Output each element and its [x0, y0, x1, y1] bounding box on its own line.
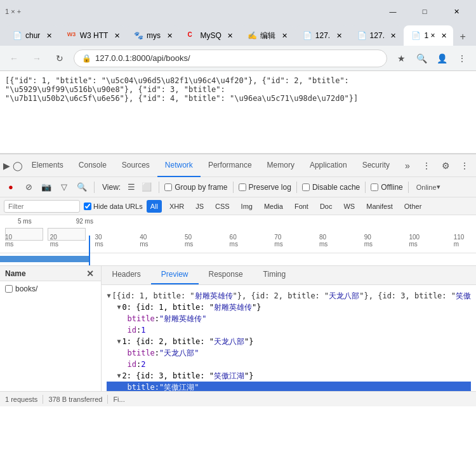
- name-item-books[interactable]: books/: [0, 281, 101, 296]
- tab-6[interactable]: 📄 127. ✕: [295, 25, 348, 46]
- offline-label[interactable]: Offline: [371, 183, 402, 192]
- filter-toggle-button[interactable]: ▽: [57, 180, 71, 194]
- preview-item-2-btitle-selected: btitle: "笑傲江湖": [107, 382, 471, 391]
- waterfall-view-button[interactable]: ⬜: [140, 180, 154, 194]
- offline-checkbox[interactable]: [371, 183, 378, 191]
- tab-close-8[interactable]: ✕: [439, 30, 449, 41]
- tab-1[interactable]: 📄 chur ✕: [5, 25, 58, 46]
- tab-close-7[interactable]: ✕: [388, 30, 399, 41]
- tab-2[interactable]: W3 W3 HTT ✕: [60, 25, 125, 46]
- filter-css-button[interactable]: CSS: [211, 200, 234, 213]
- menu-button[interactable]: ⋮: [453, 50, 471, 67]
- stop-button[interactable]: ⊘: [22, 180, 36, 194]
- detail-tab-response[interactable]: Response: [199, 265, 253, 284]
- disable-cache-label[interactable]: Disable cache: [302, 183, 360, 192]
- preserve-log-label[interactable]: Preserve log: [239, 183, 291, 192]
- filter-js-button[interactable]: JS: [192, 200, 208, 213]
- tab-close-1[interactable]: ✕: [44, 30, 54, 41]
- tab-security[interactable]: Security: [355, 154, 397, 177]
- hide-data-urls-checkbox[interactable]: [84, 203, 91, 210]
- network-toolbar: ● ⊘ 📷 ▽ 🔍 View: ☰ ⬜ Group by frame Prese…: [0, 177, 476, 197]
- detail-tab-timing[interactable]: Timing: [253, 265, 296, 284]
- tab-close-3[interactable]: ✕: [164, 30, 175, 41]
- devtools-more-button[interactable]: ⋮: [418, 157, 435, 175]
- expand-root[interactable]: ▼: [107, 290, 110, 302]
- forward-button[interactable]: →: [28, 50, 46, 67]
- record-button[interactable]: ●: [4, 180, 18, 194]
- tab-3[interactable]: 🐾 mys ✕: [126, 25, 179, 46]
- filter-doc-button[interactable]: Doc: [316, 200, 336, 213]
- account-button[interactable]: 👤: [433, 50, 451, 67]
- screenshot-button[interactable]: 📷: [39, 180, 53, 194]
- filter-manifest-button[interactable]: Manifest: [362, 200, 397, 213]
- tab-favicon: ✍: [248, 31, 256, 40]
- group-by-frame-checkbox[interactable]: [164, 183, 172, 191]
- address-right-icons: ★ 🔍 👤 ⋮: [392, 50, 471, 67]
- tab-label: 127.: [370, 31, 385, 40]
- devtools-settings-button[interactable]: ⚙: [437, 157, 454, 175]
- throttle-select[interactable]: Online ▾: [414, 180, 443, 194]
- filter-ws-button[interactable]: WS: [340, 200, 359, 213]
- tab-8[interactable]: 📄 1 × ✕: [404, 25, 453, 46]
- detail-tab-preview[interactable]: Preview: [151, 265, 199, 284]
- filter-all-button[interactable]: All: [147, 200, 162, 213]
- tab-network[interactable]: Network: [157, 154, 201, 177]
- name-item-checkbox[interactable]: [5, 285, 13, 293]
- tab-console[interactable]: Console: [71, 154, 114, 177]
- url-text: 127.0.0.1:8000/api/books/: [95, 53, 379, 63]
- filter-input[interactable]: [4, 200, 80, 213]
- close-button[interactable]: ✕: [442, 2, 471, 21]
- expand-2[interactable]: ▼: [117, 370, 121, 382]
- devtools-inspect-button[interactable]: ▶: [3, 157, 11, 175]
- tab-close-2[interactable]: ✕: [112, 30, 122, 41]
- tab-close-4[interactable]: ✕: [225, 30, 235, 41]
- page-content-line2: "\u7b11\u50b2\u6c5f\u6e56"}, {"id": 4, "…: [5, 94, 471, 103]
- filter-media-button[interactable]: Media: [260, 200, 287, 213]
- index-2: 2: {id: 3, btitle: "笑傲江湖"}: [122, 370, 254, 382]
- timeline-label-5ms: 5 ms: [18, 218, 32, 225]
- disable-cache-text: Disable cache: [312, 183, 360, 192]
- tab-7[interactable]: 📄 127. ✕: [350, 25, 403, 46]
- search-network-button[interactable]: 🔍: [75, 180, 89, 194]
- preserve-log-checkbox[interactable]: [239, 183, 246, 191]
- url-bar[interactable]: 🔒 127.0.0.1:8000/api/books/: [74, 50, 387, 67]
- tab-performance[interactable]: Performance: [201, 154, 260, 177]
- detail-tab-headers[interactable]: Headers: [102, 265, 150, 284]
- filter-other-button[interactable]: Other: [400, 200, 426, 213]
- disable-cache-checkbox[interactable]: [302, 183, 310, 191]
- new-tab-button[interactable]: +: [454, 28, 471, 46]
- hide-data-urls-label[interactable]: Hide data URLs: [84, 203, 143, 210]
- list-view-button[interactable]: ☰: [124, 180, 138, 194]
- filter-img-button[interactable]: Img: [237, 200, 256, 213]
- tab-elements[interactable]: Elements: [24, 154, 71, 177]
- tab-4[interactable]: C MySQ ✕: [180, 25, 239, 46]
- bookmark-star-button[interactable]: ★: [392, 50, 410, 67]
- filter-xhr-button[interactable]: XHR: [166, 200, 188, 213]
- separator-4: [296, 182, 297, 193]
- expand-0[interactable]: ▼: [117, 302, 121, 313]
- tab-sources[interactable]: Sources: [114, 154, 157, 177]
- val-id-1: 2: [141, 359, 145, 370]
- back-button[interactable]: ←: [5, 50, 23, 67]
- tab-close-5[interactable]: ✕: [279, 30, 289, 41]
- throttle-label: Online: [416, 183, 437, 191]
- timeline-request-bar: [0, 256, 89, 262]
- devtools-device-button[interactable]: ◯: [13, 157, 23, 175]
- tab-application[interactable]: Application: [302, 154, 355, 177]
- overflow-button[interactable]: »: [399, 157, 416, 175]
- tab-close-6[interactable]: ✕: [334, 30, 344, 41]
- tab-5[interactable]: ✍ 编辑 ✕: [240, 25, 293, 46]
- val-id-0: 1: [141, 324, 145, 336]
- preview-item-0: ▼ 0: {id: 1, btitle: "射雕英雄传"}: [107, 302, 471, 313]
- reload-button[interactable]: ↻: [51, 50, 69, 67]
- filter-font-button[interactable]: Font: [291, 200, 312, 213]
- key-btitle-1: btitle: [127, 347, 154, 359]
- minimize-button[interactable]: —: [378, 2, 407, 21]
- tab-memory[interactable]: Memory: [260, 154, 302, 177]
- name-panel-close-button[interactable]: ✕: [84, 268, 96, 279]
- expand-1[interactable]: ▼: [117, 336, 121, 347]
- maximize-button[interactable]: □: [410, 2, 439, 21]
- group-by-frame-label[interactable]: Group by frame: [164, 183, 227, 192]
- devtools-dock-button[interactable]: ⋮: [456, 157, 473, 175]
- search-button[interactable]: 🔍: [413, 50, 430, 67]
